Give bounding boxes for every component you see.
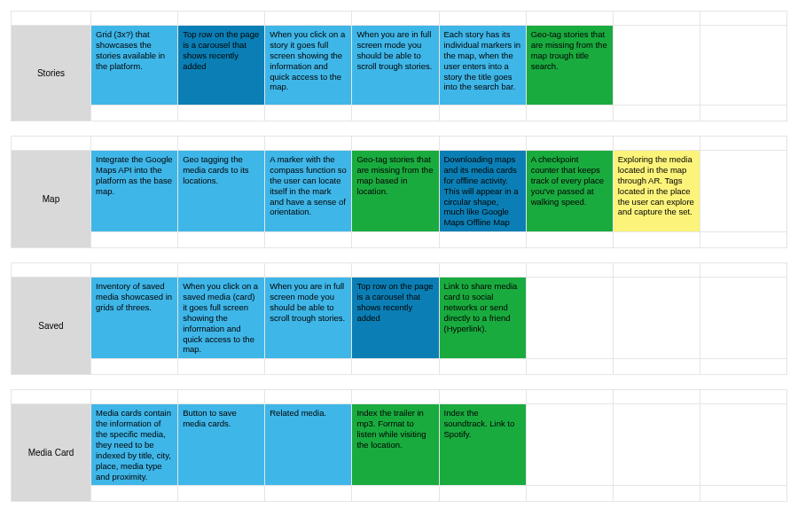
feature-cell: Integrate the Google Maps API into the p…: [91, 151, 178, 232]
row-label: Stories: [12, 26, 91, 121]
header-cell: [265, 263, 352, 278]
header-cell: [614, 12, 700, 26]
feature-cell: A checkpoint counter that keeps track of…: [527, 151, 614, 232]
header-spacer: [12, 263, 91, 278]
sub-cell: [440, 106, 527, 121]
section: StoriesGrid (3x?) that showcases the sto…: [11, 11, 787, 121]
section-grid: StoriesGrid (3x?) that showcases the sto…: [11, 11, 787, 121]
feature-cell: [614, 26, 700, 106]
row-label: Media Card: [12, 404, 91, 502]
feature-cell: Grid (3x?) that showcases the stories av…: [91, 26, 178, 106]
row-label: Saved: [12, 278, 91, 375]
header-cell: [265, 137, 352, 151]
feature-cell: Top row on the page is a carousel that s…: [352, 278, 439, 359]
header-cell: [614, 390, 700, 404]
header-spacer: [12, 390, 91, 404]
section-grid: SavedInventory of saved media showcased …: [11, 262, 787, 375]
feature-cell: When you click on a story it goes full s…: [265, 26, 352, 106]
feature-cell: Inventory of saved media showcased in gr…: [91, 278, 178, 359]
sub-cell: [614, 106, 700, 121]
feature-cell: [700, 151, 787, 232]
header-cell: [352, 390, 439, 404]
header-cell: [440, 263, 527, 278]
feature-cell: Index the trailer in mp3. Format to list…: [352, 404, 439, 486]
header-cell: [700, 263, 787, 278]
header-cell: [614, 137, 700, 151]
sub-cell: [527, 106, 614, 121]
header-cell: [91, 263, 178, 278]
header-cell: [527, 263, 614, 278]
header-cell: [700, 390, 787, 404]
header-cell: [91, 12, 178, 26]
header-cell: [352, 263, 439, 278]
sub-cell: [91, 232, 178, 248]
header-cell: [440, 137, 527, 151]
sub-cell: [700, 486, 787, 502]
sub-cell: [352, 359, 439, 375]
feature-cell: Media cards contain the information of t…: [91, 404, 178, 486]
feature-cell: When you are in full screen mode you sho…: [265, 278, 352, 359]
feature-cell: [614, 278, 700, 359]
header-cell: [178, 137, 265, 151]
section-grid: MapIntegrate the Google Maps API into th…: [11, 136, 787, 248]
sub-cell: [614, 359, 700, 375]
feature-cell: Exploring the media located in the map t…: [614, 151, 700, 232]
section-grid: Media CardMedia cards contain the inform…: [11, 389, 787, 502]
header-cell: [178, 12, 265, 26]
sub-cell: [440, 359, 527, 375]
sub-cell: [265, 232, 352, 248]
header-cell: [440, 12, 527, 26]
feature-cell: Downloading maps and its media cards for…: [440, 151, 527, 232]
feature-cell: Related media.: [265, 404, 352, 486]
sub-cell: [265, 106, 352, 121]
header-cell: [527, 137, 614, 151]
sub-cell: [178, 486, 265, 502]
header-cell: [265, 12, 352, 26]
feature-cell: When you click on a saved media (card) i…: [178, 278, 265, 359]
sub-cell: [91, 106, 178, 121]
sub-cell: [91, 359, 178, 375]
sub-cell: [700, 232, 787, 248]
sub-cell: [352, 486, 439, 502]
feature-cell: Geo tagging the media cards to its locat…: [178, 151, 265, 232]
feature-cell: [614, 404, 700, 486]
header-cell: [527, 390, 614, 404]
row-label: Map: [12, 151, 91, 248]
feature-cell: Link to share media card to social netwo…: [440, 278, 527, 359]
sub-cell: [352, 232, 439, 248]
sub-cell: [527, 486, 614, 502]
sub-cell: [440, 486, 527, 502]
header-spacer: [12, 12, 91, 26]
header-cell: [265, 390, 352, 404]
sub-cell: [265, 486, 352, 502]
sub-cell: [527, 232, 614, 248]
header-spacer: [12, 137, 91, 151]
feature-cell: [700, 404, 787, 486]
sub-cell: [91, 486, 178, 502]
sub-cell: [527, 359, 614, 375]
header-cell: [700, 12, 787, 26]
feature-cell: [527, 278, 614, 359]
feature-cell: Button to save media cards.: [178, 404, 265, 486]
sub-cell: [440, 232, 527, 248]
sub-cell: [700, 106, 787, 121]
feature-cell: Top row on the page is a carousel that s…: [178, 26, 265, 106]
header-cell: [91, 137, 178, 151]
section: SavedInventory of saved media showcased …: [11, 262, 787, 375]
sub-cell: [614, 232, 700, 248]
header-cell: [440, 390, 527, 404]
feature-cell: [527, 404, 614, 486]
header-cell: [527, 12, 614, 26]
feature-matrix-root: StoriesGrid (3x?) that showcases the sto…: [11, 11, 787, 502]
header-cell: [614, 263, 700, 278]
section: MapIntegrate the Google Maps API into th…: [11, 136, 787, 248]
feature-cell: Each story has its individual markers in…: [440, 26, 527, 106]
sub-cell: [614, 486, 700, 502]
header-cell: [352, 12, 439, 26]
section: Media CardMedia cards contain the inform…: [11, 389, 787, 502]
header-cell: [352, 137, 439, 151]
sub-cell: [265, 359, 352, 375]
feature-cell: Geo-tag stories that are missing from th…: [527, 26, 614, 106]
sub-cell: [178, 106, 265, 121]
header-cell: [178, 263, 265, 278]
